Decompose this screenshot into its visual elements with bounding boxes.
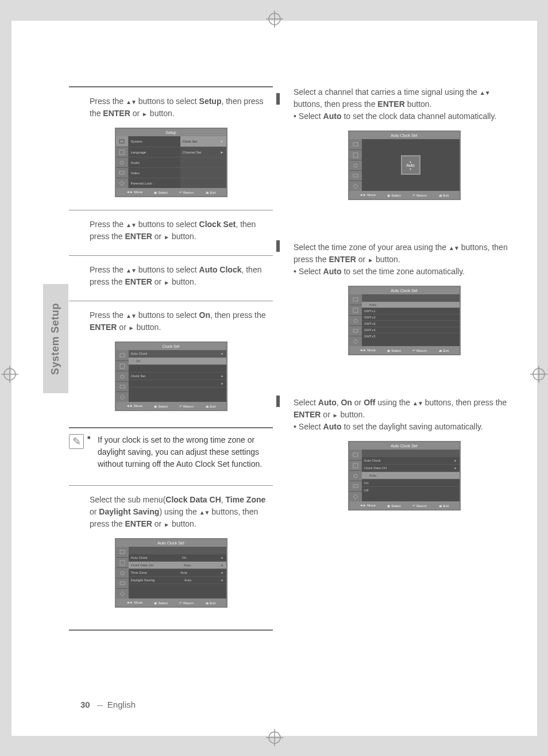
svg-rect-17	[120, 364, 125, 369]
svg-rect-20	[120, 550, 125, 554]
svg-rect-15	[119, 171, 124, 174]
right-icon	[129, 323, 134, 332]
manual-page: System Setup Press the buttons to select…	[11, 21, 537, 736]
right-icon	[164, 232, 169, 241]
up-down-icon	[449, 243, 459, 252]
up-down-icon	[126, 265, 136, 274]
svg-rect-29	[353, 308, 358, 313]
svg-point-22	[121, 571, 124, 575]
svg-rect-24	[353, 143, 358, 146]
step-2: Press the buttons to select Clock Set, t…	[69, 210, 273, 255]
section-bar	[276, 240, 280, 252]
up-down-icon	[199, 507, 210, 516]
svg-point-34	[354, 474, 357, 478]
up-down-icon	[126, 220, 136, 229]
svg-point-18	[121, 375, 124, 378]
osd-cdc: Auto Clock Set ▲Auto▼ ◄► Mo	[348, 131, 461, 200]
page-footer: 30 English	[80, 700, 136, 709]
section-tab: System Setup	[43, 284, 68, 393]
crop-mark-right	[530, 366, 547, 383]
svg-rect-28	[353, 298, 358, 301]
svg-point-14	[120, 161, 124, 164]
section-bar	[276, 93, 280, 105]
section-tab-label: System Setup	[50, 302, 62, 374]
step-5-1: Select a channel that carries a time sig…	[294, 86, 515, 213]
up-down-icon	[126, 97, 136, 106]
svg-point-26	[354, 164, 357, 167]
crop-mark-top	[266, 10, 283, 28]
svg-rect-12	[119, 140, 124, 143]
section-bar	[276, 396, 280, 407]
right-icon	[142, 109, 148, 118]
note-icon: ✎	[69, 434, 84, 449]
step-1: Press the buttons to select Setup, then …	[69, 86, 273, 210]
step-4: Press the buttons to select On, then pre…	[69, 301, 273, 424]
svg-rect-25	[353, 153, 358, 158]
osd-ds: Auto Clock Set Auto Clock Clock	[348, 441, 461, 511]
step-5-2: Select the time zone of your area using …	[294, 233, 515, 368]
svg-rect-21	[120, 561, 125, 565]
svg-rect-23	[120, 582, 125, 585]
svg-rect-31	[353, 329, 358, 332]
osd-setup: Setup SystemClock Set► LanguageChannel S…	[115, 128, 227, 197]
right-icon	[333, 410, 338, 419]
osd-tz: Auto Clock Set Auto GMT+1	[348, 286, 461, 355]
page-number: 30	[80, 700, 90, 709]
up-down-icon	[480, 87, 490, 97]
right-icon	[164, 277, 169, 286]
svg-rect-32	[353, 453, 358, 456]
osd-auto-clock-set: Auto Clock Set Auto ClockOn Cloc	[115, 538, 227, 608]
up-down-icon	[126, 310, 136, 320]
crop-mark-bottom	[266, 729, 283, 746]
right-icon	[164, 519, 169, 528]
page-lang: English	[107, 700, 136, 709]
channel-spinner: ▲Auto▼	[401, 155, 420, 175]
svg-rect-35	[353, 485, 358, 488]
svg-point-30	[354, 319, 357, 323]
svg-rect-13	[119, 150, 124, 155]
svg-rect-19	[120, 385, 125, 388]
svg-rect-16	[120, 354, 125, 357]
step-3: Press the buttons to select Auto Clock, …	[69, 255, 273, 301]
step-5-3: Select Auto, On or Off using the buttons…	[294, 389, 515, 523]
step-5: Select the sub menu(Clock Data CH, Time …	[69, 485, 273, 620]
up-down-icon	[412, 398, 423, 407]
crop-mark-left	[1, 366, 18, 383]
note: ✎ If your clock is set to the wrong time…	[69, 427, 273, 485]
right-icon	[368, 255, 373, 264]
svg-rect-33	[353, 463, 358, 468]
osd-clock-set: Clock Set Auto Clock On	[115, 341, 227, 411]
svg-rect-27	[353, 174, 358, 177]
